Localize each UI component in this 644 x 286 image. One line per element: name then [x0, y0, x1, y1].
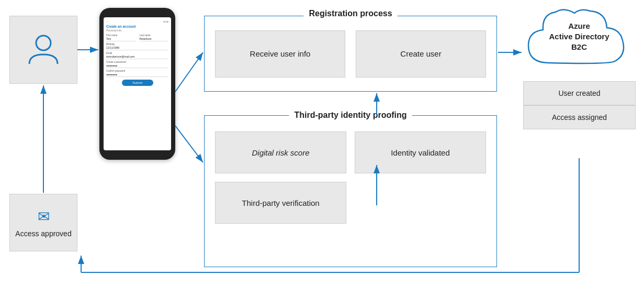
access-approved-label: Access approved	[15, 229, 71, 238]
third-party-box: Third-party identity proofing Digital ri…	[204, 115, 497, 267]
third-party-top-row: Digital risk score Identity validated	[215, 131, 486, 173]
registration-inner: Receive user info Create user	[205, 16, 496, 91]
phone-firstname-label: First name	[106, 34, 135, 37]
phone-email-label: Email	[106, 52, 168, 54]
phone-confirm-value: ●●●●●●●	[106, 73, 168, 77]
user-icon	[25, 31, 62, 68]
access-approved-box: ✉ Access approved	[9, 194, 77, 251]
receive-user-info-cell: Receive user info	[215, 30, 345, 78]
phone-birthday-value: 11/11/1989	[106, 46, 168, 50]
third-party-inner: Digital risk score Identity validated Th…	[205, 116, 496, 267]
third-party-spacer	[355, 182, 486, 224]
digital-risk-score-cell: Digital risk score	[215, 131, 346, 173]
phone-lastname-value: Robertson	[140, 37, 169, 41]
phone-title: Create an account	[106, 25, 168, 28]
phone-confirm-label: Confirm password	[106, 70, 168, 72]
phone-lastname-label: Last name	[140, 34, 169, 37]
azure-status-boxes: User created Access assigned	[523, 81, 636, 129]
phone-name-row: First name Tom Last name Robertson	[106, 34, 168, 41]
svg-text:B2C: B2C	[571, 42, 587, 51]
azure-cloud-container: Azure Active Directory B2C	[518, 3, 641, 79]
arrow-phone-to-reg	[175, 52, 203, 92]
registration-title: Registration process	[303, 9, 397, 18]
access-assigned-cell: Access assigned	[523, 105, 636, 129]
third-party-verification-cell: Third-party verification	[215, 182, 346, 224]
third-party-bottom-row: Third-party verification	[215, 182, 486, 224]
registration-process-box: Registration process Receive user info C…	[204, 16, 497, 92]
phone-firstname-value: Tom	[106, 37, 135, 41]
identity-validated-cell: Identity validated	[355, 131, 486, 173]
phone-birthday-label: Birthday	[106, 43, 168, 46]
phone-status-bar: ← 10:30	[106, 20, 168, 23]
phone-firstname-col: First name Tom	[106, 34, 135, 41]
phone-password-label: Create a password	[106, 61, 168, 63]
create-user-cell: Create user	[356, 30, 486, 78]
user-icon-box	[9, 16, 77, 84]
user-created-cell: User created	[523, 81, 636, 105]
svg-text:Azure: Azure	[568, 21, 590, 30]
phone-screen: ← 10:30 Create an account Personal info …	[104, 17, 171, 150]
phone-password-value: ●●●●●●●	[106, 64, 168, 68]
envelope-icon: ✉	[38, 208, 50, 225]
phone-container: ← 10:30 Create an account Personal info …	[99, 8, 175, 170]
arrow-phone-to-thirdparty	[175, 126, 203, 162]
svg-text:Active Directory: Active Directory	[549, 32, 609, 41]
phone-email-value: tomrobertson@mail.com	[106, 55, 168, 59]
phone-body: ← 10:30 Create an account Personal info …	[99, 8, 175, 160]
phone-subtitle: Personal info	[106, 29, 168, 32]
phone-lastname-col: Last name Robertson	[140, 34, 169, 41]
cloud-svg: Azure Active Directory B2C	[518, 3, 641, 79]
third-party-title: Third-party identity proofing	[289, 111, 412, 120]
svg-point-0	[36, 36, 51, 50]
phone-submit-button[interactable]: Submit	[122, 80, 153, 86]
diagram-container: ✉ Access approved ← 10:30 Create an acco…	[0, 0, 644, 286]
